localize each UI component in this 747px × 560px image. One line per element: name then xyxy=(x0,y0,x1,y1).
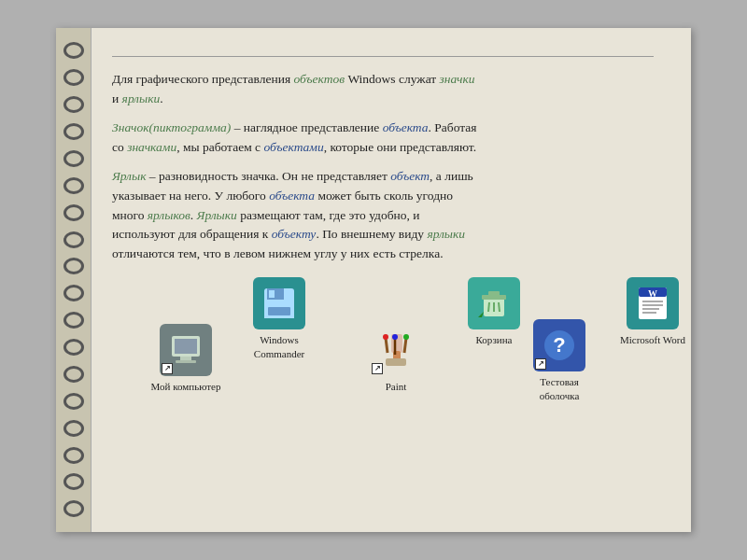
korzina-icon xyxy=(474,284,514,323)
shortcut-arrow-kompyuter: ↗ xyxy=(162,363,173,374)
icon-moy-kompyuter: ↗ Мой компьютер xyxy=(144,324,228,393)
spiral-ring xyxy=(63,393,84,410)
text-p3-1: – разновидность значка. Он не представля… xyxy=(146,169,390,183)
text-yarlyki-4: ярлыки xyxy=(427,227,465,241)
svg-rect-22 xyxy=(176,360,196,363)
text-yarlyki-3: Ярлыки xyxy=(197,208,237,222)
text-shortcuts: ярлыки xyxy=(122,91,161,105)
svg-text:W: W xyxy=(648,288,657,299)
paint-box: ↗ xyxy=(370,324,422,376)
top-divider xyxy=(112,56,654,57)
svg-line-27 xyxy=(404,338,406,353)
shortcut-arrow-paint: ↗ xyxy=(372,363,383,374)
svg-rect-21 xyxy=(180,357,191,360)
spiral-ring xyxy=(63,312,84,329)
korzina-box xyxy=(468,277,520,329)
testovaya-box: ? ↗ xyxy=(533,319,585,371)
text-icons-2: значками xyxy=(127,140,176,154)
text-p3-2: , а лишь xyxy=(430,169,473,183)
text-p3-7: размещают там, где это удобно, и xyxy=(237,208,420,222)
text-p3-10: отличаются тем, что в левом нижнем углу … xyxy=(112,246,444,260)
svg-rect-15 xyxy=(642,301,663,302)
spiral-binding xyxy=(56,28,92,532)
text-p1-3: и xyxy=(112,91,122,105)
text-p3-5: много xyxy=(112,208,148,222)
text-p3-6: . xyxy=(190,208,197,222)
spiral-ring xyxy=(63,366,84,383)
paint-label: Paint xyxy=(386,380,407,393)
svg-line-10 xyxy=(499,302,500,312)
svg-point-30 xyxy=(403,334,409,340)
paragraph-2: Значок(пиктограмма) – наглядное представ… xyxy=(112,119,654,158)
icon-msword: W Microsoft Word xyxy=(611,277,695,346)
text-objects-3: объектами xyxy=(263,140,323,154)
text-p3-9: . По внешнему виду xyxy=(316,227,427,241)
spiral-ring xyxy=(63,96,84,113)
moy-kompyuter-label: Мой компьютер xyxy=(151,380,221,393)
svg-rect-31 xyxy=(386,358,406,366)
svg-rect-18 xyxy=(642,312,656,314)
windows-commander-icon xyxy=(260,284,299,323)
text-p1-2: Windows служат xyxy=(345,72,440,86)
text-object-5: объекту xyxy=(272,227,317,241)
spiral-ring xyxy=(63,447,84,464)
text-p2-5: , которые они представляют. xyxy=(324,140,476,154)
text-yarlyki-2: ярлыков xyxy=(148,208,190,222)
text-znachok-def: Значок(пиктограмма) xyxy=(112,120,231,134)
svg-marker-11 xyxy=(478,312,484,317)
text-yarlyk-def: Ярлык xyxy=(112,169,146,183)
main-content: Для графического представления объектов … xyxy=(112,56,654,395)
svg-point-29 xyxy=(392,334,398,340)
spiral-ring xyxy=(63,285,84,301)
spiral-ring xyxy=(63,177,84,194)
icon-paint: ↗ Paint xyxy=(354,324,438,393)
icons-area: WindowsCommander xyxy=(112,273,654,395)
testovaya-label: Тестоваяоболочка xyxy=(540,375,580,402)
svg-line-25 xyxy=(386,338,388,353)
text-p2-3: со xyxy=(112,140,127,154)
spiral-ring xyxy=(63,339,84,356)
paragraph-3: Ярлык – разновидность значка. Он не пред… xyxy=(112,167,654,265)
moy-kompyuter-box: ↗ xyxy=(160,324,212,376)
text-p2-2: . Работая xyxy=(429,120,477,134)
text-p1-1: Для графического представления xyxy=(112,72,294,86)
svg-point-28 xyxy=(383,334,388,340)
spiral-ring xyxy=(63,231,84,248)
msword-icon: W xyxy=(633,284,672,323)
text-p3-3: указывает на него. У любого xyxy=(112,189,269,203)
page: Для графического представления объектов … xyxy=(56,28,691,532)
msword-box: W xyxy=(627,277,679,329)
text-icons: значки xyxy=(440,72,475,86)
icon-testovaya: ? ↗ Тестоваяоболочка xyxy=(517,319,601,402)
icon-windows-commander: WindowsCommander xyxy=(237,277,321,360)
svg-rect-7 xyxy=(488,291,500,296)
svg-rect-4 xyxy=(268,307,290,315)
windows-commander-box xyxy=(253,277,305,329)
text-object-2: объекта xyxy=(383,120,429,134)
text-object-4: объекта xyxy=(269,189,315,203)
text-p3-4: может быть сколь угодно xyxy=(315,189,453,203)
svg-rect-16 xyxy=(642,304,663,306)
svg-rect-20 xyxy=(175,339,197,354)
paragraph-1: Для графического представления объектов … xyxy=(112,70,654,109)
shortcut-arrow-testovaya: ↗ xyxy=(535,358,546,370)
spiral-ring xyxy=(63,204,84,221)
text-p2-1: – наглядное представление xyxy=(231,120,382,134)
text-p1-4: . xyxy=(160,91,162,105)
spiral-ring xyxy=(63,258,84,274)
spiral-ring xyxy=(63,123,84,140)
svg-rect-2 xyxy=(269,290,275,298)
text-objects-1: объектов xyxy=(294,72,345,86)
spiral-ring xyxy=(63,150,84,167)
spiral-ring xyxy=(63,420,84,437)
text-p2-4: , мы работаем с xyxy=(176,140,263,154)
korzina-label: Корзина xyxy=(476,333,513,346)
msword-label: Microsoft Word xyxy=(620,333,685,346)
svg-line-8 xyxy=(488,302,489,312)
windows-commander-label: WindowsCommander xyxy=(254,333,304,360)
spiral-ring xyxy=(63,42,84,59)
text-p3-8: используют для обращения к xyxy=(112,227,272,241)
spiral-ring xyxy=(63,500,84,517)
spiral-ring xyxy=(63,473,84,490)
svg-rect-17 xyxy=(642,308,659,310)
